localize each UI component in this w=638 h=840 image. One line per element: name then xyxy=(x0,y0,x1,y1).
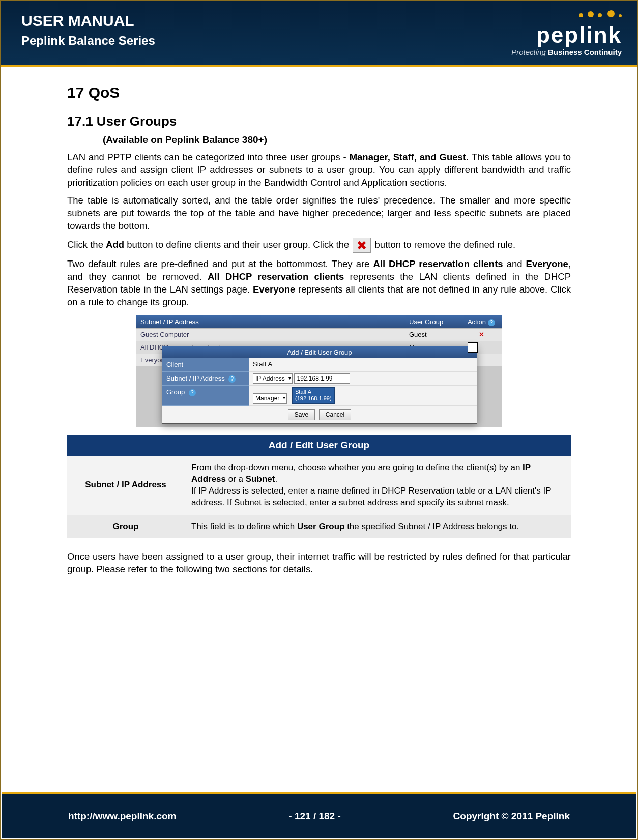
text-bold: User Group xyxy=(297,522,345,531)
logo: peplink Protecting Business Continuity xyxy=(511,10,622,56)
embedded-screenshot: Subnet / IP Address User Group Action? G… xyxy=(136,315,502,427)
content: 17 QoS 17.1 User Groups (Available on Pe… xyxy=(1,67,637,576)
footer-copyright: Copyright © 2011 Peplink xyxy=(453,810,570,822)
dialog-group-label-text: Group xyxy=(166,388,185,396)
info-row-label: Subnet / IP Address xyxy=(67,456,184,515)
page-header: USER MANUAL Peplink Balance Series pepli… xyxy=(1,1,637,67)
dialog-group-label: Group ? xyxy=(162,386,249,405)
ss-col-group: User Group xyxy=(405,315,461,329)
section-heading: 17 QoS xyxy=(67,82,571,103)
dialog-title: Add / Edit User Group ✕ xyxy=(162,346,477,359)
footer-url: http://www.peplink.com xyxy=(68,810,177,822)
tooltip-line2: (192.168.1.99) xyxy=(295,395,332,401)
info-row: Group This field is to define which User… xyxy=(67,515,571,539)
ss-col-action-label: Action xyxy=(468,318,486,326)
paragraph-3: Click the Add button to define clients a… xyxy=(67,238,571,253)
logo-dots-icon xyxy=(511,10,622,25)
dialog-row-client: Client Staff A xyxy=(162,358,477,372)
close-icon[interactable]: ✕ xyxy=(468,342,478,353)
text: button to remove the defined rule. xyxy=(372,239,515,250)
dialog-title-text: Add / Edit User Group xyxy=(287,349,352,356)
text: Two default rules are pre-defined and pu… xyxy=(67,258,373,269)
ss-table-header: Subnet / IP Address User Group Action? xyxy=(136,315,502,329)
dialog-buttons: Save Cancel xyxy=(162,406,477,423)
logo-text: peplink xyxy=(511,22,622,48)
help-icon[interactable]: ? xyxy=(488,319,495,326)
ss-col-action: Action? xyxy=(461,315,502,329)
text: . xyxy=(275,474,277,484)
dialog-subnet-label-text: Subnet / IP Address xyxy=(166,374,225,382)
remove-icon xyxy=(353,238,371,253)
text: LAN and PPTP clients can be categorized … xyxy=(67,152,350,162)
group-select[interactable]: Manager xyxy=(253,393,287,403)
info-row-desc: From the drop-down menu, choose whether … xyxy=(184,456,571,515)
availability-note: (Available on Peplink Balance 380+) xyxy=(103,133,571,147)
text-bold: Subnet xyxy=(246,474,275,484)
tooltip: Staff A (192.168.1.99) xyxy=(292,387,335,403)
text-bold: All DHCP reservation clients xyxy=(208,271,344,282)
dialog-row-subnet: Subnet / IP Address ? IP Address 192.168… xyxy=(162,372,477,386)
page-footer: http://www.peplink.com - 121 / 182 - Cop… xyxy=(2,792,636,838)
text-bold: Everyone xyxy=(253,284,295,295)
help-icon[interactable]: ? xyxy=(189,389,196,396)
subnet-type-select[interactable]: IP Address xyxy=(253,373,293,384)
text: and xyxy=(503,258,526,269)
page-frame: USER MANUAL Peplink Balance Series pepli… xyxy=(0,0,638,840)
dialog-subnet-label: Subnet / IP Address ? xyxy=(162,372,249,386)
table-row[interactable]: Guest Computer Guest ✕ xyxy=(136,328,502,341)
paragraph-5: Once users have been assigned to a user … xyxy=(67,551,571,576)
text: the specified Subnet / IP Address belong… xyxy=(344,522,519,531)
text-bold: All DHCP reservation clients xyxy=(373,258,503,269)
text: From the drop-down menu, choose whether … xyxy=(191,462,523,472)
text: This field is to define which xyxy=(191,522,297,531)
ss-col-subnet: Subnet / IP Address xyxy=(136,315,405,329)
info-row-label: Group xyxy=(67,515,184,539)
dialog-row-group: Group ? Manager Staff A (192.168.1.99) xyxy=(162,386,477,405)
dialog-group-value: Manager Staff A (192.168.1.99) xyxy=(249,386,477,405)
text: Click the xyxy=(67,239,106,250)
logo-tagline-prefix: Protecting xyxy=(511,48,548,56)
text-bold: Everyone xyxy=(526,258,568,269)
paragraph-4: Two default rules are pre-defined and pu… xyxy=(67,258,571,309)
paragraph-2: The table is automatically sorted, and t… xyxy=(67,194,571,233)
dialog-client-label: Client xyxy=(162,358,249,372)
text: or a xyxy=(226,474,246,484)
info-row: Subnet / IP Address From the drop-down m… xyxy=(67,456,571,515)
cancel-button[interactable]: Cancel xyxy=(319,409,351,420)
info-table-title: Add / Edit User Group xyxy=(67,435,571,456)
subsection-heading: 17.1 User Groups xyxy=(67,112,571,130)
dialog-add-edit-user-group: Add / Edit User Group ✕ Client Staff A S… xyxy=(162,346,477,424)
cell-group: Guest xyxy=(405,329,461,341)
subnet-ip-input[interactable]: 192.168.1.99 xyxy=(294,373,350,384)
logo-tagline: Protecting Business Continuity xyxy=(511,48,622,56)
paragraph-1: LAN and PPTP clients can be categorized … xyxy=(67,151,571,189)
text: If IP Address is selected, enter a name … xyxy=(191,486,551,507)
dialog-body: Client Staff A Subnet / IP Address ? IP … xyxy=(162,358,477,405)
info-table: Add / Edit User Group Subnet / IP Addres… xyxy=(67,435,571,538)
dialog-subnet-value: IP Address 192.168.1.99 xyxy=(249,372,477,386)
text: button to define clients and their user … xyxy=(124,239,352,250)
footer-page: - 121 / 182 - xyxy=(288,810,340,822)
cell-action-remove[interactable]: ✕ xyxy=(461,329,502,341)
logo-tagline-bold: Business Continuity xyxy=(548,48,622,56)
help-icon[interactable]: ? xyxy=(228,375,236,383)
text-bold: Manager, Staff, and Guest xyxy=(350,152,466,162)
dialog-client-value: Staff A xyxy=(249,358,477,372)
cell-subnet: Guest Computer xyxy=(136,329,405,341)
tooltip-line1: Staff A xyxy=(295,389,311,395)
info-row-desc: This field is to define which User Group… xyxy=(184,515,571,539)
save-button[interactable]: Save xyxy=(288,409,315,420)
add-label: Add xyxy=(106,239,124,250)
